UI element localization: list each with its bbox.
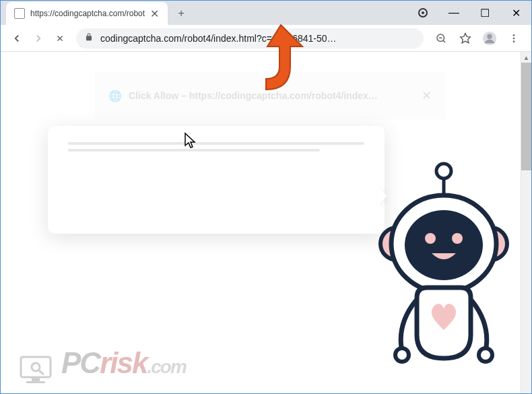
svg-point-14	[405, 210, 483, 280]
svg-marker-3	[461, 33, 471, 42]
zoom-icon[interactable]	[430, 28, 452, 49]
svg-line-23	[39, 370, 44, 374]
tab-title: https://codingcaptcha.com/robot	[30, 9, 145, 18]
watermark-risk: risk	[100, 346, 147, 379]
address-bar[interactable]: codingcaptcha.com/robot4/index.html?c=c5…	[76, 28, 424, 48]
tab-strip: https://codingcaptcha.com/robot ✕ +	[1, 1, 434, 25]
menu-icon[interactable]	[503, 28, 525, 49]
close-window-button[interactable]: ✕	[500, 1, 531, 25]
app-indicator-icon	[407, 1, 438, 25]
svg-point-8	[513, 40, 515, 42]
forward-button[interactable]	[28, 28, 49, 49]
svg-line-2	[443, 40, 445, 42]
svg-point-22	[32, 363, 40, 371]
maximize-button[interactable]: ☐	[469, 1, 500, 25]
profile-avatar[interactable]	[479, 28, 500, 49]
minimize-button[interactable]: —	[438, 1, 469, 25]
new-tab-button[interactable]: +	[172, 4, 191, 23]
lock-icon	[84, 32, 94, 44]
vertical-scrollbar[interactable]: ▲	[521, 52, 531, 393]
watermark-com: .com	[147, 356, 185, 377]
svg-point-7	[513, 37, 515, 39]
svg-point-10	[436, 164, 451, 178]
bubble-placeholder-lines	[48, 126, 385, 172]
svg-point-18	[479, 348, 492, 362]
svg-point-5	[487, 34, 492, 38]
stop-reload-button[interactable]	[49, 28, 71, 49]
bookmark-star-icon[interactable]	[455, 28, 476, 49]
speech-bubble	[48, 126, 385, 234]
pointer-arrow-annotation	[254, 20, 314, 103]
scrollbar-up-arrow-icon[interactable]: ▲	[521, 52, 531, 63]
scrollbar-thumb[interactable]	[521, 63, 531, 170]
back-button[interactable]	[6, 28, 28, 49]
ghost-globe-icon: 🌐	[108, 90, 122, 102]
tab-close-icon[interactable]: ✕	[149, 8, 160, 19]
watermark: PCrisk.com	[14, 345, 186, 385]
svg-point-6	[513, 34, 515, 36]
page-content: 🌐 Click Allow – https://codingcaptcha.co…	[1, 52, 531, 393]
svg-point-17	[395, 348, 409, 362]
svg-rect-20	[32, 377, 40, 381]
watermark-pc: PC	[61, 346, 100, 379]
svg-point-16	[452, 233, 463, 244]
browser-tab[interactable]: https://codingcaptcha.com/robot ✕	[6, 2, 168, 25]
svg-point-15	[425, 233, 436, 244]
svg-rect-19	[21, 357, 51, 377]
svg-rect-21	[26, 381, 45, 383]
robot-illustration	[376, 156, 511, 385]
ghost-dialog-close-icon: ✕	[422, 88, 432, 103]
tab-favicon	[14, 8, 25, 19]
mouse-cursor-icon	[184, 132, 197, 152]
window-controls: — ☐ ✕	[407, 1, 531, 25]
